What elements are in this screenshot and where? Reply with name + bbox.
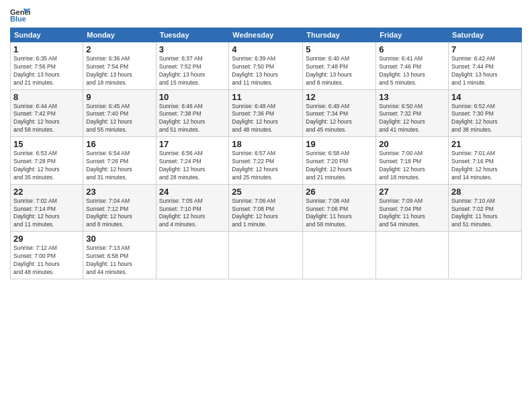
day-number: 14 [451,92,519,102]
day-info: Sunrise: 6:57 AMSunset: 7:22 PMDaylight:… [232,150,300,182]
calendar-cell: 12Sunrise: 6:49 AMSunset: 7:34 PMDayligh… [303,89,376,137]
calendar-cell [156,232,229,279]
day-number: 17 [159,139,226,149]
calendar-cell: 7Sunrise: 6:42 AMSunset: 7:44 PMDaylight… [449,42,522,90]
calendar-table: SundayMondayTuesdayWednesdayThursdayFrid… [10,28,522,279]
weekday-header-thursday: Thursday [303,28,376,42]
day-info: Sunrise: 7:09 AMSunset: 7:04 PMDaylight:… [379,197,445,230]
week-row-1: 1Sunrise: 6:35 AMSunset: 7:56 PMDaylight… [11,42,522,90]
weekday-header-saturday: Saturday [449,28,522,42]
day-number: 26 [306,187,373,197]
weekday-header-wednesday: Wednesday [229,28,303,42]
week-row-3: 15Sunrise: 6:53 AMSunset: 7:28 PMDayligh… [11,137,522,185]
calendar-cell: 16Sunrise: 6:54 AMSunset: 7:26 PMDayligh… [83,137,156,185]
calendar-cell: 23Sunrise: 7:04 AMSunset: 7:12 PMDayligh… [83,184,156,232]
calendar-cell: 13Sunrise: 6:50 AMSunset: 7:32 PMDayligh… [376,89,449,137]
day-number: 16 [86,139,152,149]
logo-icon: General Blue [10,7,30,24]
calendar-cell: 18Sunrise: 6:57 AMSunset: 7:22 PMDayligh… [229,137,303,185]
calendar-cell: 26Sunrise: 7:08 AMSunset: 7:06 PMDayligh… [303,184,376,232]
day-info: Sunrise: 6:52 AMSunset: 7:30 PMDaylight:… [451,103,519,135]
week-row-5: 29Sunrise: 7:12 AMSunset: 7:00 PMDayligh… [11,232,522,279]
day-info: Sunrise: 6:44 AMSunset: 7:42 PMDaylight:… [13,103,80,135]
day-info: Sunrise: 6:42 AMSunset: 7:44 PMDaylight:… [451,55,519,87]
day-info: Sunrise: 6:49 AMSunset: 7:34 PMDaylight:… [306,103,373,135]
calendar-cell: 6Sunrise: 6:41 AMSunset: 7:46 PMDaylight… [376,42,449,90]
calendar-cell: 9Sunrise: 6:45 AMSunset: 7:40 PMDaylight… [83,89,156,137]
calendar-cell: 30Sunrise: 7:13 AMSunset: 6:58 PMDayligh… [83,232,156,279]
calendar-cell: 28Sunrise: 7:10 AMSunset: 7:02 PMDayligh… [449,184,522,232]
day-number: 5 [306,44,373,54]
day-number: 28 [451,187,519,197]
weekday-header-monday: Monday [83,28,156,42]
day-number: 18 [232,139,300,149]
day-info: Sunrise: 6:58 AMSunset: 7:20 PMDaylight:… [306,150,373,182]
calendar-cell: 4Sunrise: 6:39 AMSunset: 7:50 PMDaylight… [229,42,303,90]
day-info: Sunrise: 7:06 AMSunset: 7:08 PMDaylight:… [232,197,300,230]
day-number: 1 [13,44,80,54]
day-number: 22 [13,187,80,197]
calendar-cell: 3Sunrise: 6:37 AMSunset: 7:52 PMDaylight… [156,42,229,90]
day-info: Sunrise: 6:36 AMSunset: 7:54 PMDaylight:… [86,55,152,87]
calendar-cell [449,232,522,279]
svg-text:Blue: Blue [10,15,26,23]
calendar-cell: 27Sunrise: 7:09 AMSunset: 7:04 PMDayligh… [376,184,449,232]
week-row-2: 8Sunrise: 6:44 AMSunset: 7:42 PMDaylight… [11,89,522,137]
calendar-cell: 24Sunrise: 7:05 AMSunset: 7:10 PMDayligh… [156,184,229,232]
day-number: 25 [232,187,300,197]
weekday-header-row: SundayMondayTuesdayWednesdayThursdayFrid… [11,28,522,42]
calendar-cell: 2Sunrise: 6:36 AMSunset: 7:54 PMDaylight… [83,42,156,90]
calendar-cell: 25Sunrise: 7:06 AMSunset: 7:08 PMDayligh… [229,184,303,232]
day-info: Sunrise: 6:35 AMSunset: 7:56 PMDaylight:… [13,55,80,87]
calendar-cell [303,232,376,279]
day-number: 2 [86,44,152,54]
day-info: Sunrise: 6:39 AMSunset: 7:50 PMDaylight:… [232,55,300,87]
day-info: Sunrise: 7:01 AMSunset: 7:16 PMDaylight:… [451,150,519,182]
day-number: 20 [379,139,445,149]
weekday-header-tuesday: Tuesday [156,28,229,42]
day-info: Sunrise: 6:54 AMSunset: 7:26 PMDaylight:… [86,150,152,182]
day-number: 6 [379,44,445,54]
day-info: Sunrise: 7:13 AMSunset: 6:58 PMDaylight:… [86,244,152,277]
day-info: Sunrise: 7:02 AMSunset: 7:14 PMDaylight:… [13,197,80,230]
calendar-cell: 14Sunrise: 6:52 AMSunset: 7:30 PMDayligh… [449,89,522,137]
calendar-cell: 21Sunrise: 7:01 AMSunset: 7:16 PMDayligh… [449,137,522,185]
day-number: 12 [306,92,373,102]
calendar-cell: 17Sunrise: 6:56 AMSunset: 7:24 PMDayligh… [156,137,229,185]
calendar-cell: 1Sunrise: 6:35 AMSunset: 7:56 PMDaylight… [11,42,83,90]
calendar-cell: 5Sunrise: 6:40 AMSunset: 7:48 PMDaylight… [303,42,376,90]
day-number: 13 [379,92,445,102]
day-info: Sunrise: 6:41 AMSunset: 7:46 PMDaylight:… [379,55,445,87]
day-number: 9 [86,92,152,102]
day-info: Sunrise: 7:08 AMSunset: 7:06 PMDaylight:… [306,197,373,230]
weekday-header-sunday: Sunday [11,28,83,42]
calendar-cell: 15Sunrise: 6:53 AMSunset: 7:28 PMDayligh… [11,137,83,185]
day-number: 21 [451,139,519,149]
header: General Blue [10,7,522,24]
page-container: General Blue SundayMondayTuesdayWednesda… [0,0,532,286]
calendar-cell: 10Sunrise: 6:46 AMSunset: 7:38 PMDayligh… [156,89,229,137]
day-number: 7 [451,44,519,54]
day-number: 3 [159,44,226,54]
day-info: Sunrise: 7:10 AMSunset: 7:02 PMDaylight:… [451,197,519,230]
calendar-cell: 20Sunrise: 7:00 AMSunset: 7:18 PMDayligh… [376,137,449,185]
day-info: Sunrise: 6:40 AMSunset: 7:48 PMDaylight:… [306,55,373,87]
calendar-cell: 29Sunrise: 7:12 AMSunset: 7:00 PMDayligh… [11,232,83,279]
weekday-header-friday: Friday [376,28,449,42]
day-number: 15 [13,139,80,149]
week-row-4: 22Sunrise: 7:02 AMSunset: 7:14 PMDayligh… [11,184,522,232]
day-number: 30 [86,234,152,244]
day-number: 24 [159,187,226,197]
calendar-cell: 8Sunrise: 6:44 AMSunset: 7:42 PMDaylight… [11,89,83,137]
day-number: 10 [159,92,226,102]
day-info: Sunrise: 6:46 AMSunset: 7:38 PMDaylight:… [159,103,226,135]
day-info: Sunrise: 6:48 AMSunset: 7:36 PMDaylight:… [232,103,300,135]
calendar-cell [376,232,449,279]
day-info: Sunrise: 6:50 AMSunset: 7:32 PMDaylight:… [379,103,445,135]
day-number: 8 [13,92,80,102]
day-info: Sunrise: 7:00 AMSunset: 7:18 PMDaylight:… [379,150,445,182]
day-number: 23 [86,187,152,197]
day-info: Sunrise: 7:12 AMSunset: 7:00 PMDaylight:… [13,244,80,277]
day-info: Sunrise: 6:37 AMSunset: 7:52 PMDaylight:… [159,55,226,87]
day-number: 27 [379,187,445,197]
